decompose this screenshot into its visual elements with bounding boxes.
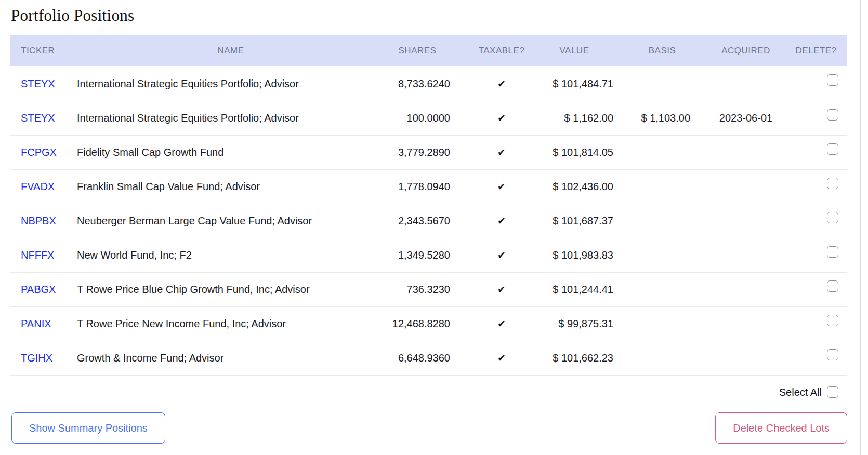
acquired-date (707, 238, 785, 272)
taxable-checkmark-icon: ✔ (497, 216, 506, 226)
basis-value (634, 136, 707, 169)
fund-name: Neuberger Berman Large Cap Value Fund; A… (73, 204, 385, 238)
show-summary-button[interactable]: Show Summary Positions (11, 412, 165, 444)
basis-value (634, 341, 707, 375)
basis-value (634, 204, 707, 238)
delete-checkbox[interactable] (827, 315, 838, 326)
acquired-date (707, 204, 785, 238)
delete-checkbox[interactable] (827, 349, 838, 360)
column-header-delete: DELETE? (785, 35, 847, 66)
acquired-date: 2023-06-01 (707, 101, 785, 135)
table-row: PANIX T Rowe Price New Income Fund, Inc;… (10, 306, 847, 341)
taxable-checkmark-icon: ✔ (497, 79, 506, 89)
fund-name: International Strategic Equities Portfol… (73, 101, 385, 135)
column-header-basis: BASIS (634, 35, 707, 66)
acquired-date (707, 66, 785, 101)
column-header-name: NAME (73, 35, 385, 66)
table-row: PABGX T Rowe Price Blue Chip Growth Fund… (10, 272, 847, 306)
fund-name: T Rowe Price Blue Chip Growth Fund, Inc;… (73, 273, 385, 306)
ticker-link[interactable]: NBPBX (21, 215, 56, 227)
acquired-date (707, 341, 785, 375)
table-header-row: TICKER NAME SHARES TAXABLE? VALUE BASIS … (10, 35, 847, 66)
basis-value (634, 170, 707, 204)
select-all-checkbox[interactable] (827, 386, 838, 398)
table-body: STEYX International Strategic Equities P… (10, 66, 847, 376)
market-value: $ 99,875.31 (535, 307, 634, 341)
market-value: $ 102,436.00 (535, 170, 634, 204)
delete-checkbox[interactable] (827, 280, 838, 292)
shares-value: 6,648.9360 (385, 341, 468, 375)
table-row: NFFFX New World Fund, Inc; F2 1,349.5280… (10, 238, 847, 272)
ticker-link[interactable]: FVADX (21, 181, 55, 193)
page-right-border (860, 0, 861, 455)
taxable-checkmark-icon: ✔ (497, 113, 506, 123)
taxable-checkmark-icon: ✔ (497, 148, 506, 157)
market-value: $ 101,983.83 (535, 238, 634, 272)
ticker-link[interactable]: PABGX (21, 284, 56, 296)
table-row: STEYX International Strategic Equities P… (10, 66, 847, 101)
ticker-link[interactable]: STEYX (21, 78, 55, 90)
basis-value (634, 273, 707, 306)
shares-value: 1,349.5280 (385, 238, 468, 272)
shares-value: 1,778.0940 (385, 170, 468, 204)
table-row: FVADX Franklin Small Cap Value Fund; Adv… (10, 169, 847, 204)
delete-checkbox[interactable] (827, 74, 838, 86)
acquired-date (707, 273, 785, 306)
acquired-date (707, 307, 785, 341)
market-value: $ 1,162.00 (535, 101, 634, 135)
ticker-link[interactable]: STEYX (21, 112, 55, 124)
select-all-label: Select All (779, 386, 822, 398)
delete-checkbox[interactable] (827, 212, 838, 223)
table-row: FCPGX Fidelity Small Cap Growth Fund 3,7… (10, 135, 847, 169)
select-all-row: Select All (10, 376, 847, 409)
column-header-ticker: TICKER (10, 35, 73, 66)
market-value: $ 101,244.41 (535, 273, 634, 306)
delete-checkbox[interactable] (827, 109, 838, 121)
taxable-checkmark-icon: ✔ (497, 353, 506, 363)
shares-value: 8,733.6240 (385, 66, 468, 101)
market-value: $ 101,484.71 (535, 66, 634, 101)
basis-value: $ 1,103.00 (634, 101, 707, 135)
ticker-link[interactable]: NFFFX (21, 249, 54, 261)
fund-name: Franklin Small Cap Value Fund; Advisor (73, 170, 385, 204)
basis-value (634, 307, 707, 341)
shares-value: 2,343.5670 (385, 204, 468, 238)
column-header-acquired: ACQUIRED (707, 35, 785, 66)
basis-value (634, 238, 707, 272)
market-value: $ 101,814.05 (535, 136, 634, 169)
shares-value: 3,779.2890 (385, 136, 468, 169)
acquired-date (707, 170, 785, 204)
basis-value (634, 66, 707, 101)
shares-value: 736.3230 (385, 273, 468, 306)
ticker-link[interactable]: FCPGX (21, 146, 57, 158)
fund-name: Fidelity Small Cap Growth Fund (73, 136, 385, 169)
shares-value: 12,468.8280 (385, 307, 468, 341)
delete-checkbox[interactable] (827, 178, 838, 189)
fund-name: International Strategic Equities Portfol… (73, 66, 385, 101)
positions-table: TICKER NAME SHARES TAXABLE? VALUE BASIS … (10, 35, 847, 409)
table-row: NBPBX Neuberger Berman Large Cap Value F… (10, 204, 847, 238)
column-header-taxable: TAXABLE? (468, 35, 535, 66)
delete-checkbox[interactable] (827, 143, 838, 155)
column-header-value: VALUE (535, 35, 634, 66)
fund-name: Growth & Income Fund; Advisor (73, 341, 385, 375)
fund-name: New World Fund, Inc; F2 (73, 238, 385, 272)
taxable-checkmark-icon: ✔ (497, 285, 506, 295)
delete-checkbox[interactable] (827, 246, 838, 258)
taxable-checkmark-icon: ✔ (497, 319, 506, 329)
taxable-checkmark-icon: ✔ (497, 250, 506, 260)
ticker-link[interactable]: TGIHX (21, 352, 52, 364)
page-title: Portfolio Positions (11, 6, 868, 25)
shares-value: 100.0000 (385, 101, 468, 135)
action-buttons-row: Show Summary Positions Delete Checked Lo… (11, 412, 847, 444)
table-row: STEYX International Strategic Equities P… (10, 101, 847, 135)
market-value: $ 101,662.23 (535, 341, 634, 375)
acquired-date (707, 136, 785, 169)
taxable-checkmark-icon: ✔ (497, 182, 506, 192)
table-row: TGIHX Growth & Income Fund; Advisor 6,64… (10, 341, 847, 375)
ticker-link[interactable]: PANIX (21, 318, 51, 330)
fund-name: T Rowe Price New Income Fund, Inc; Advis… (73, 307, 385, 341)
column-header-shares: SHARES (385, 35, 468, 66)
market-value: $ 101,687.37 (535, 204, 634, 238)
delete-checked-button[interactable]: Delete Checked Lots (715, 412, 847, 444)
